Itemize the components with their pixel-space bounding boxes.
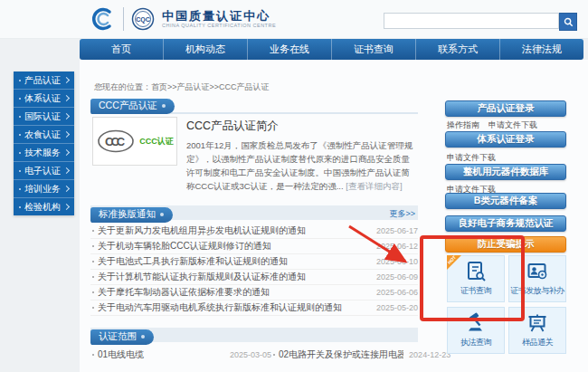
quick-service-tiles: HOT 证书查询 证书发放与补办 [447, 255, 566, 354]
sidebar-item-tech-service[interactable]: 技术服务 [14, 144, 74, 162]
bullet-icon [19, 134, 21, 136]
bullet-icon [92, 276, 94, 278]
cqc-emblem-icon: CQC [131, 7, 155, 31]
header-search [384, 13, 577, 29]
system-cert-links: 申请文件下载 [447, 152, 496, 164]
ccc-intro-body: 2001年12月，国家质检总局发布了《强制性产品认证管理规定》，以强制性产品认证… [186, 138, 418, 193]
bullet-icon [92, 261, 94, 262]
nav-item-news[interactable]: 机构动态 [163, 39, 247, 60]
left-sidebar: 产品认证 体系认证 国际认证 农食认证 技术服务 电子认证 培训业务 检验机构 [14, 72, 74, 215]
chevron-right-icon [63, 186, 70, 192]
notice-item[interactable]: 关于摩托车制动器认证依据标准要求的通知2025-06-06 [90, 285, 418, 300]
notice-date: 2025-06-09 [376, 272, 418, 281]
bullet-icon [19, 116, 21, 118]
customs-board-icon [526, 312, 548, 334]
component-database-button[interactable]: 整机用元器件数据库 [445, 164, 566, 180]
notices-more-link[interactable]: 更多>> [389, 208, 415, 220]
bullet-icon [92, 307, 94, 309]
notice-item[interactable]: 关于机动车辆轮胎CCC认证规则修订的通知2025-06-12 [90, 239, 418, 254]
gavel-icon [465, 312, 487, 334]
bullet-icon [92, 354, 94, 356]
nav-item-home[interactable]: 首页 [80, 39, 163, 60]
tile-enforcement-query[interactable]: 执法查询 [447, 307, 505, 354]
ccc-intro-title: CCC产品认证简介 [186, 119, 418, 134]
search-button[interactable] [559, 13, 577, 31]
notice-item[interactable]: 关于电动汽车用驱动电机系统执行新版标准和认证规则的通知2025-05-20 [90, 300, 418, 316]
bullet-icon [19, 152, 21, 154]
hot-ribbon: HOT [447, 255, 461, 270]
ecommerce-cert-button[interactable]: 良好电子商务规范认证 [445, 215, 566, 232]
pill-dot-icon [160, 213, 164, 216]
nav-item-cert-query[interactable]: 证书查询 [331, 39, 415, 60]
ccc-caption: CCC认证 [139, 136, 174, 148]
sidebar-item-inspection[interactable]: 检验机构 [14, 198, 74, 215]
scope-item[interactable]: 02电路开关及保护或连接用电器装置2024-12-23 [271, 348, 450, 362]
notice-date: 2025-06-17 [376, 226, 418, 235]
tile-certificate-issue-reissue[interactable]: 证书发放与补办 [508, 255, 566, 302]
scope-date: 2024-12-23 [409, 350, 450, 359]
breadcrumb: 您现在的位置：首页>>产品认证>>CCC产品认证 [94, 81, 270, 93]
bullet-icon [92, 230, 94, 232]
bullet-icon [92, 245, 94, 247]
operation-guide-link[interactable]: 操作指南 [447, 119, 479, 131]
chevron-right-icon [63, 95, 70, 101]
sidebar-item-e-cert[interactable]: 电子认证 [14, 162, 74, 180]
scope-section-tab: 认证范围 [90, 329, 154, 345]
logo-divider [123, 7, 124, 31]
sidebar-item-intl-cert[interactable]: 国际认证 [14, 108, 74, 126]
bullet-icon [19, 188, 21, 190]
cqc-homepage: CQC 中国质量认证中心 CHINA QUALITY CERTIFICATION… [0, 0, 588, 372]
chevron-right-icon [63, 149, 70, 156]
certificate-search-icon [465, 261, 487, 282]
notice-item[interactable]: 关于计算机节能认证执行新版规则及认证标准的通知2025-06-09 [90, 270, 418, 285]
sidebar-item-agrifood-cert[interactable]: 农食认证 [14, 126, 74, 144]
notice-date: 2025-06-12 [376, 242, 418, 251]
tile-certificate-query[interactable]: HOT 证书查询 [447, 255, 505, 302]
application-download-link[interactable]: 申请文件下载 [447, 152, 496, 164]
sidebar-item-system-cert[interactable]: 体系认证 [14, 90, 74, 108]
nav-item-laws[interactable]: 法律法规 [499, 39, 583, 60]
product-cert-links: 操作指南 申请文件下载 [447, 119, 537, 131]
notice-date: 2025-06-10 [376, 257, 418, 266]
notice-item[interactable]: 关于更新风力发电机组用异步发电机认证规则的通知2025-06-17 [90, 224, 418, 239]
chevron-right-icon [63, 167, 70, 174]
sidebar-item-product-cert[interactable]: 产品认证 [14, 72, 74, 90]
product-cert-login-button[interactable]: 产品认证登录 [445, 100, 566, 117]
ccc-logo-box: CCC CCC认证 [92, 117, 177, 166]
bullet-icon [19, 98, 21, 100]
chevron-right-icon [63, 204, 70, 210]
application-download-link[interactable]: 申请文件下载 [488, 119, 537, 131]
class-b-component-button[interactable]: B类元器件备案 [445, 193, 566, 209]
site-title-cn: 中国质量认证中心 [162, 9, 276, 23]
site-title: 中国质量认证中心 CHINA QUALITY CERTIFICATION CEN… [162, 9, 276, 29]
scope-date: 2025-03-05 [230, 350, 271, 359]
search-icon [564, 17, 574, 27]
certificate-issue-icon [526, 261, 548, 282]
notice-date: 2025-06-06 [376, 288, 418, 297]
fraud-warning-button[interactable]: 防止受骗提示 [445, 236, 566, 253]
chevron-right-icon [63, 113, 70, 119]
scope-item[interactable]: 01电线电缆2025-03-05 [90, 348, 271, 362]
scope-section-header: 认证范围 [90, 328, 418, 342]
notice-date: 2025-05-20 [376, 303, 418, 312]
cqc-mark-icon [90, 6, 116, 32]
ccc-section-header: CCC产品认证 [90, 97, 418, 114]
chevron-right-icon [63, 77, 70, 83]
ccc-mark-text: CCC [105, 135, 126, 148]
bullet-icon [273, 354, 275, 356]
tile-sample-customs[interactable]: 样品通关 [508, 307, 566, 354]
pill-dot-icon [141, 335, 145, 339]
bullet-icon [19, 206, 21, 208]
emblem-text: CQC [136, 16, 150, 24]
ccc-intro: CCC产品认证简介 2001年12月，国家质检总局发布了《强制性产品认证管理规定… [186, 119, 418, 193]
view-details-link[interactable]: [查看详细内容] [346, 181, 402, 191]
nav-item-online[interactable]: 业务在线 [247, 39, 331, 60]
sidebar-item-training[interactable]: 培训业务 [14, 180, 74, 198]
system-cert-login-button[interactable]: 体系认证登录 [445, 131, 566, 148]
search-input[interactable] [384, 13, 559, 29]
ccc-mark-icon: CCC [96, 129, 136, 154]
notice-item[interactable]: 关于电池式工具执行新版标准和认证规则的通知2025-06-10 [90, 254, 418, 270]
header-logo-group: CQC 中国质量认证中心 CHINA QUALITY CERTIFICATION… [90, 5, 276, 33]
nav-item-contact[interactable]: 联系方式 [415, 39, 499, 60]
pill-dot-icon [162, 104, 166, 108]
